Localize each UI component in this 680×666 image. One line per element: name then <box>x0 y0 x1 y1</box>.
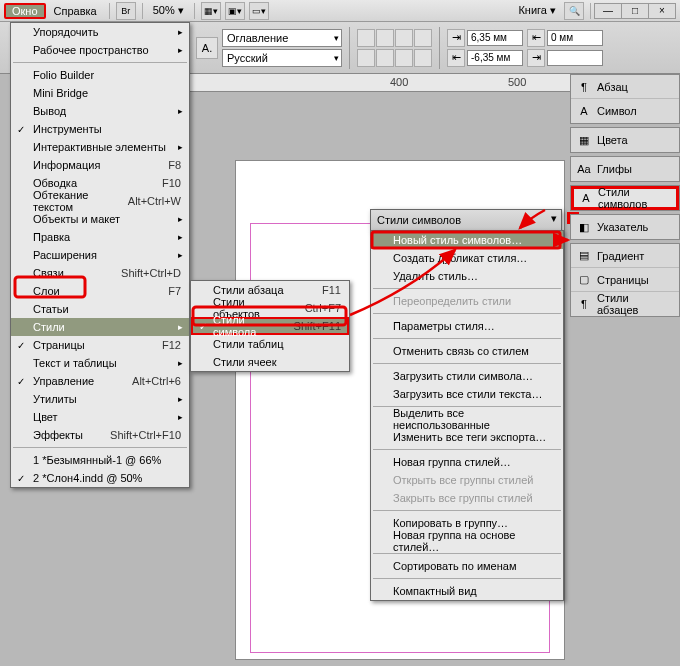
workspace-switcher[interactable]: Книга ▾ <box>512 4 562 17</box>
para-style-select[interactable]: Оглавление страницы <box>222 29 342 47</box>
close-button[interactable]: × <box>648 3 676 19</box>
panel-button[interactable]: ◧Указатель <box>571 215 679 239</box>
menu-item[interactable]: Утилиты <box>11 390 189 408</box>
menu-item[interactable]: Новая группа на основе стилей… <box>371 532 563 550</box>
panel-button[interactable]: AaГлифы <box>571 157 679 181</box>
menu-item[interactable]: Обтекание текстомAlt+Ctrl+W <box>11 192 189 210</box>
panel-tab[interactable]: Стили символов <box>371 210 561 230</box>
menu-item[interactable]: Цвет <box>11 408 189 426</box>
menu-item[interactable]: Статьи <box>11 300 189 318</box>
panel-button[interactable]: ▤Градиент <box>571 244 679 268</box>
zoom-level[interactable]: 50% ▾ <box>147 4 190 17</box>
menu-item[interactable]: Изменить все теги экспорта… <box>371 428 563 446</box>
menu-item: Закрыть все группы стилей <box>371 489 563 507</box>
menu-item[interactable]: ИнформацияF8 <box>11 156 189 174</box>
panel-button[interactable]: ▢Страницы <box>571 268 679 292</box>
indent-right-icon: ⇤ <box>527 29 545 47</box>
maximize-button[interactable]: □ <box>621 3 649 19</box>
menubar: Окно Справка Br 50% ▾ ▦▾ ▣▾ ▭▾ Книга ▾ 🔍… <box>0 0 680 22</box>
justify-right-button[interactable] <box>395 49 413 67</box>
panel-icon: ¶ <box>577 297 591 311</box>
menu-item[interactable]: Стили таблиц <box>191 335 349 353</box>
menu-item[interactable]: Стили ячеек <box>191 353 349 371</box>
menu-help[interactable]: Справка <box>46 3 105 19</box>
menu-item[interactable]: Загрузить все стили текста… <box>371 385 563 403</box>
justify-full-button[interactable] <box>414 49 432 67</box>
menu-item: Переопределить стили <box>371 292 563 310</box>
last-line-icon: ⇥ <box>527 49 545 67</box>
menu-item[interactable]: СтраницыF12 <box>11 336 189 354</box>
menu-window[interactable]: Окно <box>4 3 46 19</box>
menu-item[interactable]: Упорядочить <box>11 23 189 41</box>
arrange-icon[interactable]: ▭▾ <box>249 2 269 20</box>
last-line-field[interactable] <box>547 50 603 66</box>
menu-item[interactable]: Сортировать по именам <box>371 557 563 575</box>
menu-item[interactable]: СвязиShift+Ctrl+D <box>11 264 189 282</box>
menu-item[interactable]: Новая группа стилей… <box>371 453 563 471</box>
panel-icon: A <box>580 191 592 205</box>
menu-item[interactable]: Вывод <box>11 102 189 120</box>
left-indent-field[interactable]: 6,35 мм <box>467 30 523 46</box>
panel-icon: ▤ <box>577 249 591 263</box>
align-left-button[interactable] <box>357 29 375 47</box>
window-controls: — □ × <box>595 3 676 19</box>
language-select[interactable]: Русский <box>222 49 342 67</box>
menu-item[interactable]: УправлениеAlt+Ctrl+6 <box>11 372 189 390</box>
menu-item[interactable]: Mini Bridge <box>11 84 189 102</box>
menu-item[interactable]: Инструменты <box>11 120 189 138</box>
menu-item[interactable]: Выделить все неиспользованные <box>371 410 563 428</box>
menu-item[interactable]: Загрузить стили символа… <box>371 367 563 385</box>
panel-label: Цвета <box>597 134 628 146</box>
menu-item[interactable]: Параметры стиля… <box>371 317 563 335</box>
minimize-button[interactable]: — <box>594 3 622 19</box>
indent-left-icon: ⇥ <box>447 29 465 47</box>
panel-button[interactable]: ¶Абзац <box>571 75 679 99</box>
char-format-icon[interactable]: A. <box>196 37 218 59</box>
menu-item[interactable]: Создать дубликат стиля… <box>371 249 563 267</box>
panel-icon: ◧ <box>577 220 591 234</box>
menu-item[interactable]: 2 *Слон4.indd @ 50% <box>11 469 189 487</box>
menu-item[interactable]: Интерактивные элементы <box>11 138 189 156</box>
menu-item[interactable]: СлоиF7 <box>11 282 189 300</box>
menu-item[interactable]: Правка <box>11 228 189 246</box>
first-line-field[interactable]: -6,35 мм <box>467 50 523 66</box>
panel-label: Указатель <box>597 221 648 233</box>
menu-item[interactable]: Стили <box>11 318 189 336</box>
menu-item[interactable]: Удалить стиль… <box>371 267 563 285</box>
search-icon[interactable]: 🔍 <box>564 2 584 20</box>
right-indent-field[interactable]: 0 мм <box>547 30 603 46</box>
panel-label: Градиент <box>597 250 644 262</box>
align-right-button[interactable] <box>395 29 413 47</box>
panel-button[interactable]: ¶Стили абзацев <box>571 292 679 316</box>
menu-item[interactable]: Новый стиль символов… <box>371 231 563 249</box>
panel-label: Стили символов <box>598 186 670 210</box>
menu-item[interactable]: 1 *Безымянный-1 @ 66% <box>11 451 189 469</box>
panel-icon: Aa <box>577 162 591 176</box>
menu-item[interactable]: Расширения <box>11 246 189 264</box>
align-buttons <box>357 29 432 47</box>
justify-button[interactable] <box>414 29 432 47</box>
align-center-button[interactable] <box>376 29 394 47</box>
view-icon[interactable]: ▦▾ <box>201 2 221 20</box>
menu-item[interactable]: Рабочее пространство <box>11 41 189 59</box>
menu-item: Открыть все группы стилей <box>371 471 563 489</box>
justify-center-button[interactable] <box>376 49 394 67</box>
panel-icon: ▦ <box>577 133 591 147</box>
panel-flyout-menu: Новый стиль символов…Создать дубликат ст… <box>370 230 564 601</box>
menu-item[interactable]: ЭффектыShift+Ctrl+F10 <box>11 426 189 444</box>
menu-item[interactable]: Текст и таблицы <box>11 354 189 372</box>
menu-item[interactable]: Folio Builder <box>11 66 189 84</box>
menu-item[interactable]: Объекты и макет <box>11 210 189 228</box>
menu-item[interactable]: Компактный вид <box>371 582 563 600</box>
screen-icon[interactable]: ▣▾ <box>225 2 245 20</box>
panel-button[interactable]: ▦Цвета <box>571 128 679 152</box>
panel-icon: ▢ <box>577 273 591 287</box>
menu-item[interactable]: Стили символаShift+F11 <box>191 317 349 335</box>
justify-left-button[interactable] <box>357 49 375 67</box>
right-panel-dock: ¶АбзацAСимвол▦ЦветаAaГлифыAСтили символо… <box>570 74 680 320</box>
panel-label: Стили абзацев <box>597 292 673 316</box>
panel-button[interactable]: AСимвол <box>571 99 679 123</box>
panel-button[interactable]: AСтили символов <box>571 186 679 210</box>
menu-item[interactable]: Отменить связь со стилем <box>371 342 563 360</box>
bridge-button[interactable]: Br <box>116 2 136 20</box>
